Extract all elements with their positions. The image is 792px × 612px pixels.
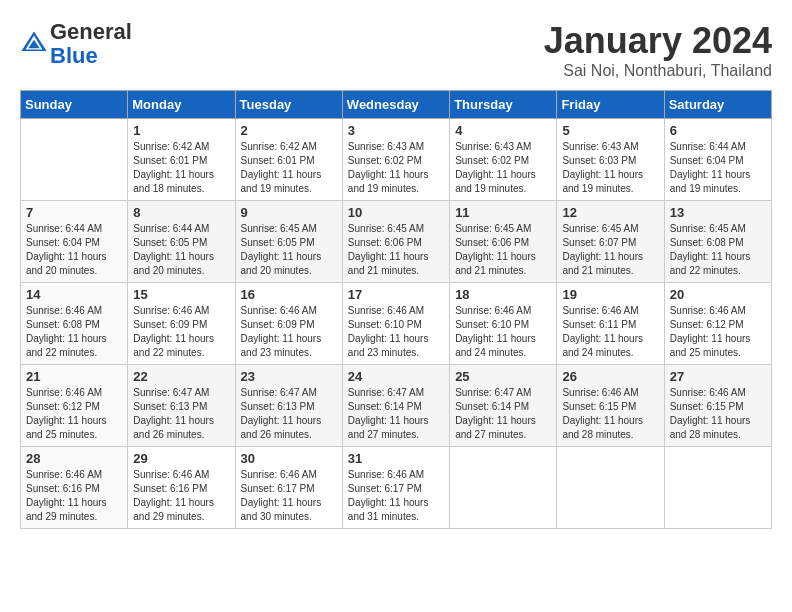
day-cell bbox=[21, 119, 128, 201]
day-number: 17 bbox=[348, 287, 444, 302]
day-number: 4 bbox=[455, 123, 551, 138]
location-text: Sai Noi, Nonthaburi, Thailand bbox=[544, 62, 772, 80]
day-info: Sunrise: 6:45 AMSunset: 6:07 PMDaylight:… bbox=[562, 222, 658, 278]
day-info: Sunrise: 6:46 AMSunset: 6:15 PMDaylight:… bbox=[562, 386, 658, 442]
day-number: 6 bbox=[670, 123, 766, 138]
day-number: 15 bbox=[133, 287, 229, 302]
day-cell: 22Sunrise: 6:47 AMSunset: 6:13 PMDayligh… bbox=[128, 365, 235, 447]
day-cell: 10Sunrise: 6:45 AMSunset: 6:06 PMDayligh… bbox=[342, 201, 449, 283]
header-day-saturday: Saturday bbox=[664, 91, 771, 119]
header-day-thursday: Thursday bbox=[450, 91, 557, 119]
day-number: 11 bbox=[455, 205, 551, 220]
day-cell: 21Sunrise: 6:46 AMSunset: 6:12 PMDayligh… bbox=[21, 365, 128, 447]
day-number: 24 bbox=[348, 369, 444, 384]
day-number: 18 bbox=[455, 287, 551, 302]
day-info: Sunrise: 6:46 AMSunset: 6:10 PMDaylight:… bbox=[455, 304, 551, 360]
day-cell bbox=[664, 447, 771, 529]
logo-icon bbox=[20, 30, 48, 58]
day-info: Sunrise: 6:46 AMSunset: 6:17 PMDaylight:… bbox=[348, 468, 444, 524]
day-info: Sunrise: 6:47 AMSunset: 6:14 PMDaylight:… bbox=[348, 386, 444, 442]
day-cell: 23Sunrise: 6:47 AMSunset: 6:13 PMDayligh… bbox=[235, 365, 342, 447]
day-number: 14 bbox=[26, 287, 122, 302]
header-day-monday: Monday bbox=[128, 91, 235, 119]
day-cell: 12Sunrise: 6:45 AMSunset: 6:07 PMDayligh… bbox=[557, 201, 664, 283]
day-number: 8 bbox=[133, 205, 229, 220]
day-number: 30 bbox=[241, 451, 337, 466]
header-day-sunday: Sunday bbox=[21, 91, 128, 119]
day-number: 16 bbox=[241, 287, 337, 302]
day-number: 25 bbox=[455, 369, 551, 384]
day-cell: 27Sunrise: 6:46 AMSunset: 6:15 PMDayligh… bbox=[664, 365, 771, 447]
day-info: Sunrise: 6:43 AMSunset: 6:03 PMDaylight:… bbox=[562, 140, 658, 196]
day-info: Sunrise: 6:46 AMSunset: 6:17 PMDaylight:… bbox=[241, 468, 337, 524]
day-info: Sunrise: 6:44 AMSunset: 6:04 PMDaylight:… bbox=[26, 222, 122, 278]
day-info: Sunrise: 6:45 AMSunset: 6:08 PMDaylight:… bbox=[670, 222, 766, 278]
day-number: 28 bbox=[26, 451, 122, 466]
day-info: Sunrise: 6:42 AMSunset: 6:01 PMDaylight:… bbox=[133, 140, 229, 196]
logo: General Blue bbox=[20, 20, 132, 68]
day-number: 31 bbox=[348, 451, 444, 466]
day-info: Sunrise: 6:46 AMSunset: 6:08 PMDaylight:… bbox=[26, 304, 122, 360]
day-info: Sunrise: 6:45 AMSunset: 6:06 PMDaylight:… bbox=[455, 222, 551, 278]
day-number: 9 bbox=[241, 205, 337, 220]
day-info: Sunrise: 6:46 AMSunset: 6:09 PMDaylight:… bbox=[241, 304, 337, 360]
header-day-tuesday: Tuesday bbox=[235, 91, 342, 119]
day-info: Sunrise: 6:44 AMSunset: 6:05 PMDaylight:… bbox=[133, 222, 229, 278]
day-cell: 30Sunrise: 6:46 AMSunset: 6:17 PMDayligh… bbox=[235, 447, 342, 529]
day-info: Sunrise: 6:47 AMSunset: 6:13 PMDaylight:… bbox=[133, 386, 229, 442]
day-info: Sunrise: 6:45 AMSunset: 6:06 PMDaylight:… bbox=[348, 222, 444, 278]
day-number: 27 bbox=[670, 369, 766, 384]
day-cell: 15Sunrise: 6:46 AMSunset: 6:09 PMDayligh… bbox=[128, 283, 235, 365]
day-info: Sunrise: 6:47 AMSunset: 6:14 PMDaylight:… bbox=[455, 386, 551, 442]
month-title: January 2024 bbox=[544, 20, 772, 62]
day-info: Sunrise: 6:44 AMSunset: 6:04 PMDaylight:… bbox=[670, 140, 766, 196]
day-cell: 9Sunrise: 6:45 AMSunset: 6:05 PMDaylight… bbox=[235, 201, 342, 283]
week-row-4: 21Sunrise: 6:46 AMSunset: 6:12 PMDayligh… bbox=[21, 365, 772, 447]
day-info: Sunrise: 6:46 AMSunset: 6:16 PMDaylight:… bbox=[133, 468, 229, 524]
day-number: 7 bbox=[26, 205, 122, 220]
title-block: January 2024 Sai Noi, Nonthaburi, Thaila… bbox=[544, 20, 772, 80]
logo-blue-text: Blue bbox=[50, 43, 98, 68]
day-cell: 31Sunrise: 6:46 AMSunset: 6:17 PMDayligh… bbox=[342, 447, 449, 529]
day-cell: 29Sunrise: 6:46 AMSunset: 6:16 PMDayligh… bbox=[128, 447, 235, 529]
page-header: General Blue January 2024 Sai Noi, Nonth… bbox=[20, 20, 772, 80]
day-cell: 8Sunrise: 6:44 AMSunset: 6:05 PMDaylight… bbox=[128, 201, 235, 283]
day-cell: 11Sunrise: 6:45 AMSunset: 6:06 PMDayligh… bbox=[450, 201, 557, 283]
day-cell: 24Sunrise: 6:47 AMSunset: 6:14 PMDayligh… bbox=[342, 365, 449, 447]
day-number: 26 bbox=[562, 369, 658, 384]
day-info: Sunrise: 6:46 AMSunset: 6:16 PMDaylight:… bbox=[26, 468, 122, 524]
week-row-2: 7Sunrise: 6:44 AMSunset: 6:04 PMDaylight… bbox=[21, 201, 772, 283]
day-cell bbox=[450, 447, 557, 529]
day-number: 22 bbox=[133, 369, 229, 384]
day-info: Sunrise: 6:43 AMSunset: 6:02 PMDaylight:… bbox=[348, 140, 444, 196]
day-cell: 17Sunrise: 6:46 AMSunset: 6:10 PMDayligh… bbox=[342, 283, 449, 365]
day-cell: 18Sunrise: 6:46 AMSunset: 6:10 PMDayligh… bbox=[450, 283, 557, 365]
day-cell: 26Sunrise: 6:46 AMSunset: 6:15 PMDayligh… bbox=[557, 365, 664, 447]
day-number: 5 bbox=[562, 123, 658, 138]
day-number: 19 bbox=[562, 287, 658, 302]
day-info: Sunrise: 6:46 AMSunset: 6:10 PMDaylight:… bbox=[348, 304, 444, 360]
day-cell: 1Sunrise: 6:42 AMSunset: 6:01 PMDaylight… bbox=[128, 119, 235, 201]
day-cell: 5Sunrise: 6:43 AMSunset: 6:03 PMDaylight… bbox=[557, 119, 664, 201]
day-cell: 13Sunrise: 6:45 AMSunset: 6:08 PMDayligh… bbox=[664, 201, 771, 283]
day-cell: 16Sunrise: 6:46 AMSunset: 6:09 PMDayligh… bbox=[235, 283, 342, 365]
week-row-5: 28Sunrise: 6:46 AMSunset: 6:16 PMDayligh… bbox=[21, 447, 772, 529]
day-info: Sunrise: 6:45 AMSunset: 6:05 PMDaylight:… bbox=[241, 222, 337, 278]
week-row-1: 1Sunrise: 6:42 AMSunset: 6:01 PMDaylight… bbox=[21, 119, 772, 201]
day-info: Sunrise: 6:46 AMSunset: 6:12 PMDaylight:… bbox=[670, 304, 766, 360]
day-cell bbox=[557, 447, 664, 529]
day-info: Sunrise: 6:46 AMSunset: 6:12 PMDaylight:… bbox=[26, 386, 122, 442]
header-day-wednesday: Wednesday bbox=[342, 91, 449, 119]
logo-general-text: General bbox=[50, 19, 132, 44]
calendar-body: 1Sunrise: 6:42 AMSunset: 6:01 PMDaylight… bbox=[21, 119, 772, 529]
day-number: 2 bbox=[241, 123, 337, 138]
day-info: Sunrise: 6:42 AMSunset: 6:01 PMDaylight:… bbox=[241, 140, 337, 196]
day-info: Sunrise: 6:46 AMSunset: 6:11 PMDaylight:… bbox=[562, 304, 658, 360]
day-number: 21 bbox=[26, 369, 122, 384]
day-number: 12 bbox=[562, 205, 658, 220]
calendar-table: SundayMondayTuesdayWednesdayThursdayFrid… bbox=[20, 90, 772, 529]
header-day-friday: Friday bbox=[557, 91, 664, 119]
day-cell: 6Sunrise: 6:44 AMSunset: 6:04 PMDaylight… bbox=[664, 119, 771, 201]
day-cell: 2Sunrise: 6:42 AMSunset: 6:01 PMDaylight… bbox=[235, 119, 342, 201]
week-row-3: 14Sunrise: 6:46 AMSunset: 6:08 PMDayligh… bbox=[21, 283, 772, 365]
